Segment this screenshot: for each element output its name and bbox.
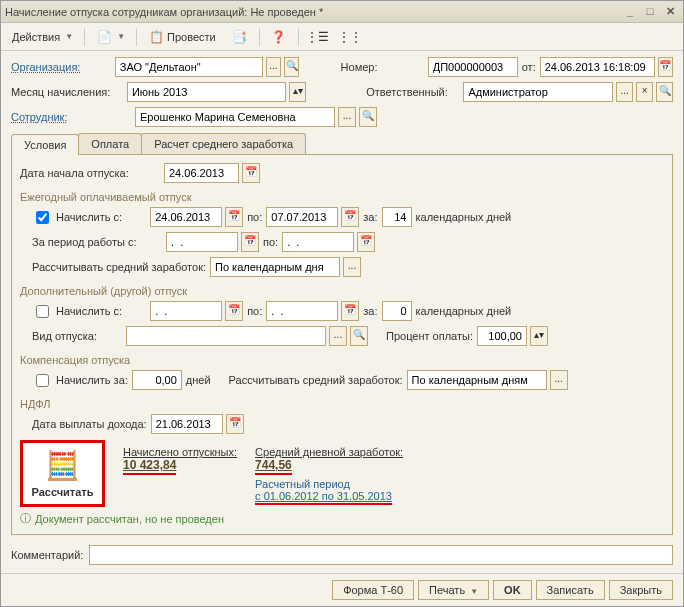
month-label: Месяц начисления: [11, 86, 123, 98]
annual-title: Ежегодный оплачиваемый отпуск [20, 191, 664, 203]
accrue-from-label: Начислить с: [56, 211, 122, 223]
calculate-button[interactable]: 🧮 Рассчитать [20, 440, 105, 507]
resp-clear-btn[interactable]: × [636, 82, 653, 102]
ot-label: от: [522, 61, 536, 73]
comment-input[interactable] [89, 545, 673, 565]
resp-open-btn[interactable]: 🔍 [656, 82, 673, 102]
close-footer-button[interactable]: Закрыть [609, 580, 673, 600]
percent-label: Процент оплаты: [386, 330, 473, 342]
org-select-btn[interactable]: ... [266, 57, 281, 77]
print-button[interactable]: Печать ▼ [418, 580, 489, 600]
tab-content: Дата начала отпуска: 📅 Ежегодный оплачив… [11, 155, 673, 535]
minimize-button[interactable]: _ [621, 4, 639, 20]
income-date-input[interactable] [151, 414, 223, 434]
avg-select[interactable] [210, 257, 340, 277]
avg-label: Рассчитывать средний заработок: [32, 261, 206, 273]
org-label[interactable]: Организация: [11, 61, 111, 73]
emp-input[interactable] [135, 107, 335, 127]
emp-open-btn[interactable]: 🔍 [359, 107, 377, 127]
add-to-input[interactable] [266, 301, 338, 321]
accrued-label: Начислено отпускных: [123, 446, 237, 458]
actions-menu[interactable]: Действия▼ [5, 28, 80, 46]
days-text: календарных дней [416, 211, 512, 223]
vac-type-input[interactable] [126, 326, 326, 346]
daily-value: 744,56 [255, 458, 292, 475]
resp-input[interactable] [463, 82, 613, 102]
additional-title: Дополнительный (другой) отпуск [20, 285, 664, 297]
tab-conditions[interactable]: Условия [11, 134, 79, 155]
daily-label: Средний дневной заработок: [255, 446, 403, 458]
tabs: Условия Оплата Расчет среднего заработка [11, 133, 673, 155]
resp-label: Ответственный: [366, 86, 459, 98]
period-label: За период работы с: [32, 236, 162, 248]
accrue-checkbox[interactable] [36, 211, 49, 224]
days-input[interactable] [382, 207, 412, 227]
add-accrue-checkbox[interactable] [36, 305, 49, 318]
comp-value-input[interactable] [132, 370, 182, 390]
start-cal-icon[interactable]: 📅 [242, 163, 260, 183]
titlebar: Начисление отпуска сотрудникам организац… [1, 1, 683, 23]
window-title: Начисление отпуска сотрудникам организац… [5, 6, 619, 18]
close-button[interactable]: ✕ [661, 4, 679, 20]
new-icon[interactable]: 📄▼ [89, 26, 132, 48]
accrued-value: 10 423,84 [123, 458, 176, 475]
comp-checkbox[interactable] [36, 374, 49, 387]
for-label: за: [363, 211, 377, 223]
percent-input[interactable] [477, 326, 527, 346]
ok-button[interactable]: OK [493, 580, 532, 600]
start-label: Дата начала отпуска: [20, 167, 160, 179]
vac-type-label: Вид отпуска: [32, 330, 122, 342]
form-t60-button[interactable]: Форма Т-60 [332, 580, 414, 600]
resp-select-btn[interactable]: ... [616, 82, 633, 102]
period-link[interactable]: с 01.06.2012 по 31.05.2013 [255, 490, 392, 505]
month-input[interactable] [127, 82, 286, 102]
save-button[interactable]: Записать [536, 580, 605, 600]
emp-select-btn[interactable]: ... [338, 107, 356, 127]
comp-title: Компенсация отпуска [20, 354, 664, 366]
from-input[interactable] [150, 207, 222, 227]
tb-icon-2[interactable]: ⋮☰ [303, 26, 333, 48]
tb-icon-3[interactable]: ⋮⋮ [335, 26, 365, 48]
date-cal-icon[interactable]: 📅 [658, 57, 673, 77]
number-input[interactable] [428, 57, 518, 77]
add-days-input[interactable] [382, 301, 412, 321]
period-to-input[interactable] [282, 232, 354, 252]
toolbar: Действия▼ 📄▼ 📋Провести 📑 ❓ ⋮☰ ⋮⋮ [1, 23, 683, 51]
period-to-cal[interactable]: 📅 [357, 232, 375, 252]
from-cal-icon[interactable]: 📅 [225, 207, 243, 227]
period-from-cal[interactable]: 📅 [241, 232, 259, 252]
calculator-icon: 🧮 [29, 449, 96, 482]
tb-icon-1[interactable]: 📑 [225, 26, 255, 48]
date-input[interactable] [540, 57, 655, 77]
add-from-input[interactable] [150, 301, 222, 321]
content: Организация: ... 🔍 Номер: от: 📅 Месяц на… [1, 51, 683, 573]
status-text: ⓘ Документ рассчитан, но не проведен [20, 511, 664, 526]
comp-avg-select[interactable] [407, 370, 547, 390]
to-label: по: [247, 211, 262, 223]
org-input[interactable] [115, 57, 263, 77]
number-label: Номер: [341, 61, 424, 73]
start-input[interactable] [164, 163, 239, 183]
to-cal-icon[interactable]: 📅 [341, 207, 359, 227]
footer: Форма Т-60 Печать ▼ OK Записать Закрыть [1, 573, 683, 606]
help-icon[interactable]: ❓ [264, 26, 294, 48]
period-from-input[interactable] [166, 232, 238, 252]
emp-label[interactable]: Сотрудник: [11, 111, 131, 123]
provesti-button[interactable]: 📋Провести [141, 26, 223, 48]
comment-label: Комментарий: [11, 549, 83, 561]
avg-dd-icon[interactable]: ... [343, 257, 361, 277]
tab-payment[interactable]: Оплата [78, 133, 142, 154]
window: Начисление отпуска сотрудникам организац… [0, 0, 684, 607]
income-date-label: Дата выплаты дохода: [32, 418, 147, 430]
maximize-button[interactable]: □ [641, 4, 659, 20]
ndfl-title: НДФЛ [20, 398, 664, 410]
tab-avg-calc[interactable]: Расчет среднего заработка [141, 133, 306, 154]
org-open-btn[interactable]: 🔍 [284, 57, 299, 77]
to-input[interactable] [266, 207, 338, 227]
info-icon: ⓘ [20, 511, 31, 526]
month-up-icon[interactable]: ▴▾ [289, 82, 306, 102]
